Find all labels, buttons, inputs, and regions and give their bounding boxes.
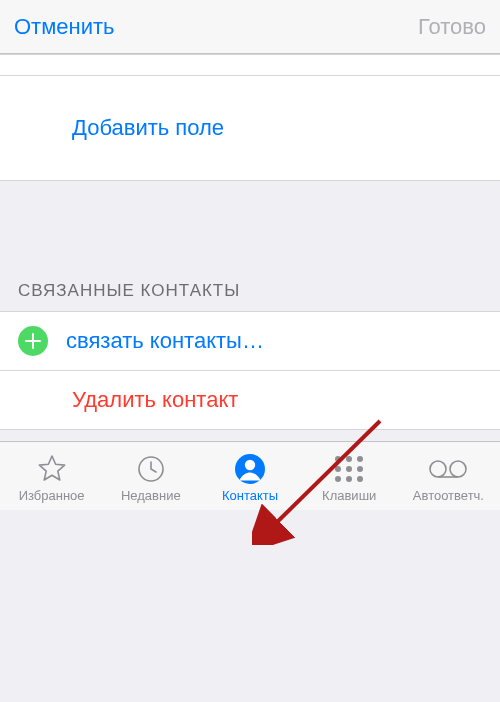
- add-field-button[interactable]: Добавить поле: [0, 75, 500, 181]
- tab-keypad-label: Клавиши: [322, 488, 376, 503]
- svg-point-4: [335, 456, 341, 462]
- delete-contact-button[interactable]: Удалить контакт: [0, 370, 500, 430]
- person-icon: [234, 452, 266, 486]
- svg-point-8: [346, 466, 352, 472]
- linked-contacts-header: СВЯЗАННЫЕ КОНТАКТЫ: [0, 181, 500, 311]
- tab-voicemail-label: Автоответч.: [413, 488, 484, 503]
- tab-recents[interactable]: Недавние: [101, 452, 200, 503]
- tab-contacts[interactable]: Контакты: [200, 452, 299, 503]
- tab-favorites[interactable]: Избранное: [2, 452, 101, 503]
- tab-keypad[interactable]: Клавиши: [300, 452, 399, 503]
- svg-point-10: [335, 476, 341, 482]
- add-field-label: Добавить поле: [72, 115, 224, 141]
- svg-point-6: [357, 456, 363, 462]
- tab-favorites-label: Избранное: [19, 488, 85, 503]
- keypad-icon: [332, 452, 366, 486]
- svg-point-13: [430, 461, 446, 477]
- svg-point-7: [335, 466, 341, 472]
- spacer: [0, 429, 500, 441]
- cancel-button[interactable]: Отменить: [14, 14, 115, 40]
- tab-recents-label: Недавние: [121, 488, 181, 503]
- svg-point-3: [245, 459, 255, 469]
- svg-point-11: [346, 476, 352, 482]
- tab-contacts-label: Контакты: [222, 488, 278, 503]
- star-icon: [36, 452, 68, 486]
- delete-contact-label: Удалить контакт: [72, 387, 238, 413]
- plus-icon: [18, 326, 48, 356]
- field-cell-partial[interactable]: [0, 54, 500, 76]
- clock-icon: [135, 452, 167, 486]
- navbar: Отменить Готово: [0, 0, 500, 54]
- link-contacts-button[interactable]: связать контакты…: [0, 311, 500, 371]
- link-contacts-label: связать контакты…: [66, 328, 264, 354]
- svg-point-12: [357, 476, 363, 482]
- voicemail-icon: [428, 452, 468, 486]
- done-button[interactable]: Готово: [418, 14, 486, 40]
- svg-point-5: [346, 456, 352, 462]
- tab-voicemail[interactable]: Автоответч.: [399, 452, 498, 503]
- content: Добавить поле СВЯЗАННЫЕ КОНТАКТЫ связать…: [0, 54, 500, 441]
- svg-point-9: [357, 466, 363, 472]
- svg-point-14: [450, 461, 466, 477]
- tabbar: Избранное Недавние Контакты Клавиши: [0, 441, 500, 510]
